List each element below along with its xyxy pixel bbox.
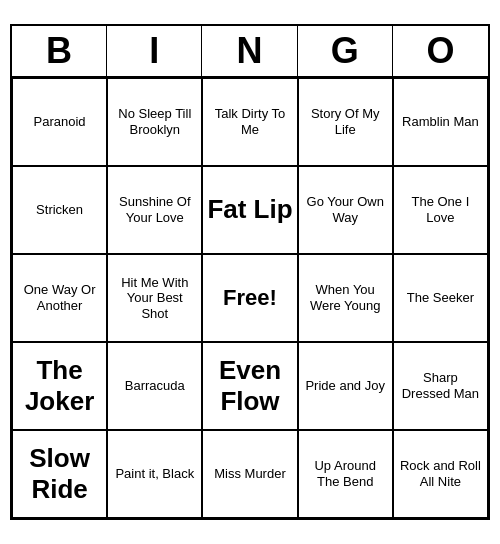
bingo-cell-4[interactable]: Ramblin Man — [393, 78, 488, 166]
bingo-header: BINGO — [12, 26, 488, 78]
bingo-cell-9[interactable]: The One I Love — [393, 166, 488, 254]
bingo-cell-5[interactable]: Stricken — [12, 166, 107, 254]
bingo-cell-23[interactable]: Up Around The Bend — [298, 430, 393, 518]
header-letter-b: B — [12, 26, 107, 76]
bingo-card: BINGO ParanoidNo Sleep Till BrooklynTalk… — [10, 24, 490, 520]
bingo-cell-17[interactable]: Even Flow — [202, 342, 297, 430]
bingo-cell-6[interactable]: Sunshine Of Your Love — [107, 166, 202, 254]
bingo-cell-8[interactable]: Go Your Own Way — [298, 166, 393, 254]
bingo-cell-14[interactable]: The Seeker — [393, 254, 488, 342]
bingo-cell-24[interactable]: Rock and Roll All Nite — [393, 430, 488, 518]
bingo-grid: ParanoidNo Sleep Till BrooklynTalk Dirty… — [12, 78, 488, 518]
bingo-cell-13[interactable]: When You Were Young — [298, 254, 393, 342]
bingo-cell-15[interactable]: The Joker — [12, 342, 107, 430]
bingo-cell-20[interactable]: Slow Ride — [12, 430, 107, 518]
bingo-cell-16[interactable]: Barracuda — [107, 342, 202, 430]
header-letter-o: O — [393, 26, 488, 76]
header-letter-i: I — [107, 26, 202, 76]
bingo-cell-3[interactable]: Story Of My Life — [298, 78, 393, 166]
bingo-cell-2[interactable]: Talk Dirty To Me — [202, 78, 297, 166]
bingo-cell-19[interactable]: Sharp Dressed Man — [393, 342, 488, 430]
header-letter-n: N — [202, 26, 297, 76]
bingo-cell-10[interactable]: One Way Or Another — [12, 254, 107, 342]
bingo-cell-12[interactable]: Free! — [202, 254, 297, 342]
bingo-cell-7[interactable]: Fat Lip — [202, 166, 297, 254]
bingo-cell-22[interactable]: Miss Murder — [202, 430, 297, 518]
bingo-cell-18[interactable]: Pride and Joy — [298, 342, 393, 430]
bingo-cell-21[interactable]: Paint it, Black — [107, 430, 202, 518]
bingo-cell-0[interactable]: Paranoid — [12, 78, 107, 166]
bingo-cell-11[interactable]: Hit Me With Your Best Shot — [107, 254, 202, 342]
bingo-cell-1[interactable]: No Sleep Till Brooklyn — [107, 78, 202, 166]
header-letter-g: G — [298, 26, 393, 76]
